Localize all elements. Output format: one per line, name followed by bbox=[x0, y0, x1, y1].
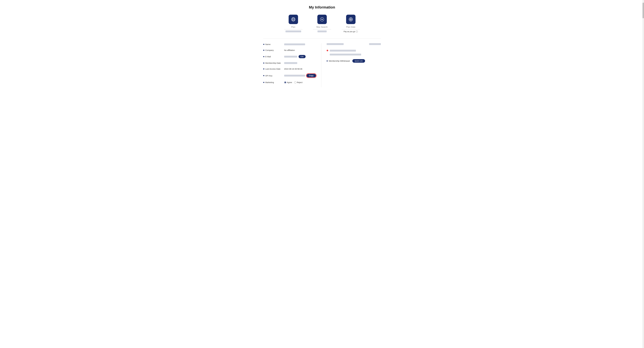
copy-button[interactable]: Copy bbox=[306, 74, 316, 78]
marketing-reject-label[interactable]: Reject bbox=[294, 81, 302, 83]
marketing-agree-label[interactable]: Agree bbox=[284, 81, 292, 83]
red-dot-icon bbox=[327, 50, 328, 51]
right-blurred-value-1 bbox=[369, 43, 381, 45]
api-key-bullet bbox=[263, 75, 264, 76]
marketing-label: Marketing bbox=[263, 81, 282, 83]
plan-icon-box bbox=[288, 15, 298, 24]
chart-icon bbox=[320, 17, 324, 22]
marketing-agree-radio[interactable] bbox=[284, 81, 286, 83]
plan-date-divider bbox=[342, 29, 360, 30]
membership-withdrawal-label: Membership Withdrawal bbox=[327, 60, 350, 62]
email-value: Edit bbox=[284, 55, 306, 58]
name-row: Name bbox=[263, 43, 318, 45]
name-value-bar bbox=[284, 43, 305, 45]
membership-date-bullet bbox=[263, 63, 264, 64]
membership-withdrawal-row: Membership Withdrawal Quick Link bbox=[327, 59, 381, 63]
membership-date-value bbox=[284, 62, 297, 64]
globe-icon bbox=[291, 17, 296, 22]
right-text-blurred bbox=[330, 50, 361, 57]
marketing-bullet bbox=[263, 82, 264, 83]
email-label: E-Mail bbox=[263, 56, 282, 58]
membership-withdrawal-bullet bbox=[327, 60, 328, 62]
company-label: Company bbox=[263, 49, 282, 51]
info-cards: Plan Max Search bbox=[263, 15, 381, 33]
plan-value bbox=[286, 31, 301, 32]
section-divider bbox=[263, 38, 381, 39]
pay-as-you-go-text: Pay as you go bbox=[344, 31, 355, 33]
radar-icon bbox=[348, 17, 353, 22]
max-search-value bbox=[318, 31, 327, 32]
company-text: No affiliation bbox=[284, 49, 295, 51]
plan-label: Plan bbox=[291, 26, 295, 28]
reject-text: Reject bbox=[297, 81, 302, 83]
api-key-bar bbox=[284, 75, 305, 77]
right-blurred-bar-1 bbox=[330, 50, 356, 52]
company-bullet bbox=[263, 50, 264, 51]
marketing-row: Marketing Agree Reject bbox=[263, 81, 318, 83]
page-title: My Information bbox=[263, 5, 381, 10]
right-mid-row bbox=[327, 50, 381, 57]
plan-date-value: Pay as you go i bbox=[344, 31, 358, 33]
api-key-row: API Key Copy bbox=[263, 74, 318, 78]
api-key-label: API Key bbox=[263, 75, 282, 77]
max-search-icon-box bbox=[317, 15, 327, 24]
marketing-radio-group: Agree Reject bbox=[284, 81, 302, 83]
last-access-row: Last Access Date 2022-08-16 00:58:36 bbox=[263, 68, 318, 70]
email-row: E-Mail Edit bbox=[263, 55, 318, 58]
name-value bbox=[284, 43, 305, 45]
email-value-bar bbox=[284, 56, 297, 58]
plan-divider bbox=[284, 29, 302, 30]
quick-link-button[interactable]: Quick Link bbox=[352, 59, 365, 63]
api-key-value: Copy bbox=[284, 74, 316, 78]
membership-date-bar bbox=[284, 62, 297, 64]
max-search-divider bbox=[313, 29, 331, 30]
membership-date-label: Membership Date bbox=[263, 62, 282, 64]
right-top-row bbox=[327, 43, 381, 46]
email-bullet bbox=[263, 56, 264, 57]
max-search-card: Max Search bbox=[313, 15, 331, 33]
agree-text: Agree bbox=[287, 81, 292, 83]
right-blurred-bar-2 bbox=[330, 54, 361, 56]
right-blurred-label-1 bbox=[327, 43, 344, 45]
name-bullet bbox=[263, 44, 264, 45]
plan-date-icon-box bbox=[346, 15, 356, 24]
last-access-text: 2022-08-16 00:58:36 bbox=[284, 68, 302, 70]
max-search-label: Max Search bbox=[316, 26, 328, 28]
last-access-label: Last Access Date bbox=[263, 68, 282, 70]
marketing-value: Agree Reject bbox=[284, 81, 302, 83]
details-left: Name Company No affiliation bbox=[263, 43, 322, 87]
company-row: Company No affiliation bbox=[263, 49, 318, 51]
name-label: Name bbox=[263, 43, 282, 45]
details-grid: Name Company No affiliation bbox=[263, 43, 381, 87]
last-access-bullet bbox=[263, 68, 264, 69]
marketing-reject-radio[interactable] bbox=[294, 81, 296, 83]
plan-date-card: Plan Date Pay as you go i bbox=[342, 15, 360, 33]
membership-date-row: Membership Date bbox=[263, 62, 318, 64]
plan-card: Plan bbox=[284, 15, 302, 33]
plan-date-label: Plan Date bbox=[346, 26, 355, 28]
company-value: No affiliation bbox=[284, 49, 295, 51]
info-icon[interactable]: i bbox=[356, 31, 358, 33]
membership-withdrawal-text: Membership Withdrawal bbox=[329, 60, 350, 62]
details-right: Membership Withdrawal Quick Link bbox=[322, 43, 381, 87]
edit-email-button[interactable]: Edit bbox=[298, 55, 306, 58]
last-access-value: 2022-08-16 00:58:36 bbox=[284, 68, 302, 70]
